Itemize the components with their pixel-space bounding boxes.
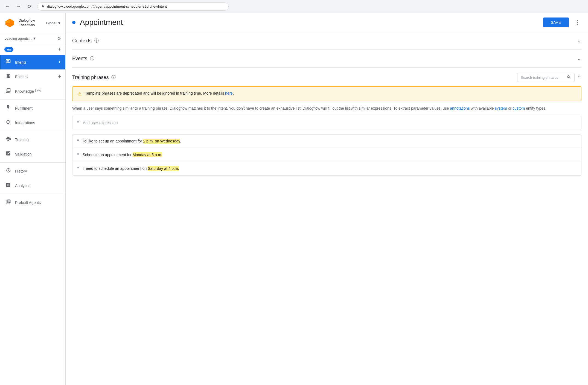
sidebar-item-label: Entities [15,75,54,79]
logo [4,18,15,28]
phrase-quote-icon: ❝ [77,166,79,171]
main-content: Appointment SAVE ⋮ Contexts ⓘ ⌄ Events ⓘ… [66,13,588,385]
page-title: Appointment [80,18,539,27]
url-text: dialogflow.cloud.google.com/#/agent/appo… [47,4,167,8]
sidebar-item-training[interactable]: Training [0,132,65,147]
global-selector[interactable]: Global ▼ [46,21,61,25]
reload-button[interactable]: ⟳ [25,2,34,11]
forward-button[interactable]: → [14,2,23,11]
sidebar-item-knowledge[interactable]: Knowledge [beta] [0,84,65,98]
sidebar-item-entities[interactable]: Entities + [0,69,65,84]
browser-chrome: ← → ⟳ ⚑ dialogflow.cloud.google.com/#/ag… [0,0,588,13]
training-phrases-section: Training phrases ⓘ ⌃ ⚠ Template phrases … [72,68,581,181]
knowledge-icon [5,88,11,95]
sidebar-item-analytics[interactable]: Analytics [0,178,65,193]
nav-divider [0,162,65,163]
sidebar-item-prebuilt[interactable]: Prebuilt Agents [0,195,65,210]
back-button[interactable]: ← [3,2,12,11]
search-icon[interactable] [567,75,571,80]
status-indicator [72,21,75,24]
sidebar-agent-row: Loading agents... ▼ ⚙ [0,33,65,44]
search-training-input[interactable] [521,75,564,80]
sidebar-item-label: Intents [15,60,54,65]
sidebar-item-history[interactable]: History [0,164,65,178]
contexts-chevron-icon: ⌄ [577,37,581,44]
phrase-text: I need to schedule an appointment on Sat… [83,166,179,171]
history-icon [5,168,11,174]
sidebar-item-label: Knowledge [beta] [15,89,61,94]
quote-icon: ❝ [77,120,80,126]
training-icon [5,136,11,143]
add-expression-input[interactable]: ❝ [72,116,581,130]
security-icon: ⚑ [41,4,45,9]
contexts-help-icon[interactable]: ⓘ [94,38,99,44]
phrase-highlight: Monday at 5 p.m. [133,152,162,157]
sidebar-item-fulfillment[interactable]: Fulfillment [0,101,65,115]
sidebar-item-integrations[interactable]: Integrations [0,115,65,130]
description-text: When a user says something similar to a … [72,105,581,111]
contexts-header[interactable]: Contexts ⓘ ⌄ [72,32,581,49]
more-options-icon[interactable]: ⋮ [573,18,581,27]
sidebar-item-label: Integrations [15,121,61,125]
phrase-quote-icon: ❝ [77,152,79,158]
app-container: Dialogflow Essentials Global ▼ Loading a… [0,13,588,385]
system-link[interactable]: system [495,106,507,110]
phrase-text: I'd like to set up an appointment for 2 … [83,138,181,144]
integrations-icon [5,119,11,126]
phrase-item[interactable]: ❝ Schedule an appointment for Monday at … [72,148,581,162]
annotations-link[interactable]: annotations [450,106,470,110]
events-section: Events ⓘ ⌄ [72,50,581,68]
sidebar-item-validation[interactable]: Validation [0,147,65,161]
entities-icon [5,73,11,80]
training-help-icon[interactable]: ⓘ [111,75,116,80]
prebuilt-icon [5,199,11,206]
address-bar[interactable]: ⚑ dialogflow.cloud.google.com/#/agent/ap… [37,2,229,11]
sidebar-header: Dialogflow Essentials Global ▼ [0,13,65,33]
user-expression-field[interactable] [83,121,577,125]
sidebar-item-label: Fulfillment [15,106,61,110]
content-body: Contexts ⓘ ⌄ Events ⓘ ⌄ Training phrases… [66,32,588,181]
collapse-training-icon[interactable]: ⌃ [577,75,581,81]
events-title: Events [72,56,87,62]
sidebar: Dialogflow Essentials Global ▼ Loading a… [0,13,66,385]
sidebar-item-intents[interactable]: Intents + [0,55,65,69]
sidebar-item-label: Training [15,138,61,142]
sidebar-item-label: History [15,169,61,173]
custom-link[interactable]: custom [513,106,525,110]
phrase-item[interactable]: ❝ I need to schedule an appointment on S… [72,162,581,175]
events-header[interactable]: Events ⓘ ⌄ [72,50,581,67]
chevron-down-icon: ▼ [33,36,36,40]
add-intent-icon[interactable]: + [58,59,61,65]
browser-nav: ← → ⟳ [3,2,34,11]
sidebar-nav: Intents + Entities + Knowledge [beta] [0,55,65,385]
warning-link[interactable]: here [225,91,233,95]
chevron-down-icon: ▼ [57,21,61,25]
warning-banner: ⚠ Template phrases are deprecated and wi… [72,86,581,101]
phrase-text: Schedule an appointment for Monday at 5 … [83,152,162,158]
save-button[interactable]: SAVE [543,18,569,27]
fulfillment-icon [5,105,11,112]
phrase-highlight: 2 p.m. on Wednesday [143,139,180,144]
warning-icon: ⚠ [77,91,82,97]
add-entity-icon[interactable]: + [58,74,61,80]
events-chevron-icon: ⌄ [577,55,581,62]
logo-text: Dialogflow Essentials [19,18,35,28]
agent-selector[interactable]: Loading agents... ▼ [4,36,55,40]
phrase-quote-icon: ❝ [77,139,79,144]
phrase-item[interactable]: ❝ I'd like to set up an appointment for … [72,135,581,148]
contexts-title: Contexts [72,38,92,44]
training-phrases-header: Training phrases ⓘ ⌃ [72,73,581,82]
events-help-icon[interactable]: ⓘ [90,56,94,62]
settings-icon[interactable]: ⚙ [57,36,61,41]
add-language-icon[interactable]: + [58,46,61,52]
intents-icon [5,59,11,66]
search-training-phrases[interactable] [517,73,575,82]
language-row: en + [0,44,65,55]
nav-divider [0,100,65,100]
phrase-highlight: Saturday at 4 p.m. [148,166,179,171]
phrase-list: ❝ I'd like to set up an appointment for … [72,134,581,176]
validation-icon [5,151,11,158]
sidebar-item-label: Validation [15,152,61,156]
language-badge[interactable]: en [4,47,13,52]
analytics-icon [5,182,11,189]
